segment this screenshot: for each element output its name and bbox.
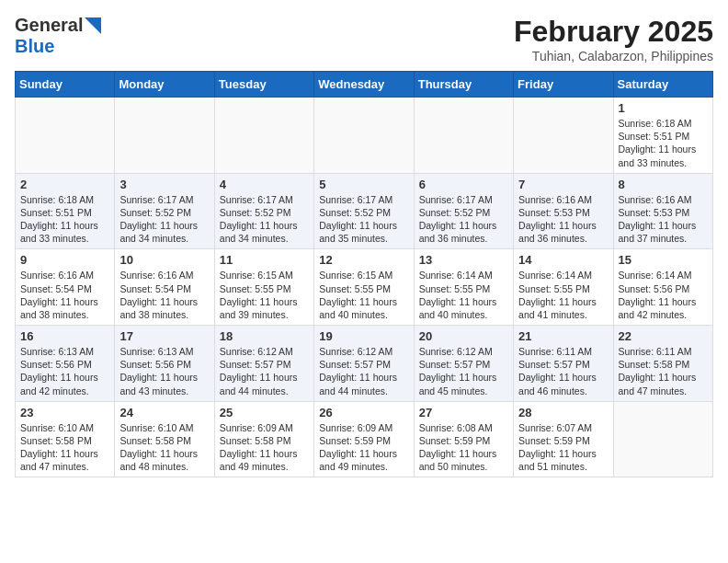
day-info: Sunrise: 6:10 AM Sunset: 5:58 PM Dayligh… <box>119 421 209 474</box>
table-row <box>214 98 313 174</box>
day-number: 16 <box>20 329 109 343</box>
title-block: February 2025 Tuhian, Calabarzon, Philip… <box>514 15 713 63</box>
day-number: 8 <box>619 178 708 191</box>
col-tuesday: Tuesday <box>214 72 313 98</box>
day-number: 14 <box>518 253 608 267</box>
logo: General Blue <box>15 15 101 57</box>
table-row: 27Sunrise: 6:08 AM Sunset: 5:59 PM Dayli… <box>414 401 513 477</box>
col-saturday: Saturday <box>613 72 712 98</box>
day-number: 27 <box>419 406 508 419</box>
col-friday: Friday <box>514 72 613 98</box>
day-number: 24 <box>119 406 209 419</box>
col-wednesday: Wednesday <box>314 72 414 98</box>
day-info: Sunrise: 6:09 AM Sunset: 5:59 PM Dayligh… <box>319 421 408 474</box>
table-row: 22Sunrise: 6:11 AM Sunset: 5:58 PM Dayli… <box>613 326 712 402</box>
day-info: Sunrise: 6:07 AM Sunset: 5:59 PM Dayligh… <box>518 421 608 474</box>
calendar-week-row: 9Sunrise: 6:16 AM Sunset: 5:54 PM Daylig… <box>16 249 713 326</box>
day-info: Sunrise: 6:18 AM Sunset: 5:51 PM Dayligh… <box>20 193 109 246</box>
day-info: Sunrise: 6:08 AM Sunset: 5:59 PM Dayligh… <box>419 421 508 474</box>
day-number: 11 <box>220 253 309 267</box>
day-number: 26 <box>319 406 408 419</box>
table-row: 5Sunrise: 6:17 AM Sunset: 5:52 PM Daylig… <box>314 173 414 249</box>
table-row: 15Sunrise: 6:14 AM Sunset: 5:56 PM Dayli… <box>613 249 712 326</box>
table-row <box>414 98 513 174</box>
day-number: 5 <box>319 178 408 191</box>
svg-marker-0 <box>85 17 101 34</box>
day-info: Sunrise: 6:09 AM Sunset: 5:58 PM Dayligh… <box>220 421 309 474</box>
table-row: 12Sunrise: 6:15 AM Sunset: 5:55 PM Dayli… <box>314 249 414 326</box>
day-info: Sunrise: 6:10 AM Sunset: 5:58 PM Dayligh… <box>20 421 109 474</box>
day-info: Sunrise: 6:15 AM Sunset: 5:55 PM Dayligh… <box>319 269 408 321</box>
day-info: Sunrise: 6:15 AM Sunset: 5:55 PM Dayligh… <box>220 269 309 321</box>
month-year-title: February 2025 <box>514 15 713 49</box>
table-row: 16Sunrise: 6:13 AM Sunset: 5:56 PM Dayli… <box>16 326 115 402</box>
table-row: 13Sunrise: 6:14 AM Sunset: 5:55 PM Dayli… <box>414 249 513 326</box>
table-row: 7Sunrise: 6:16 AM Sunset: 5:53 PM Daylig… <box>514 173 613 249</box>
calendar-header-row: Sunday Monday Tuesday Wednesday Thursday… <box>16 72 713 98</box>
table-row: 26Sunrise: 6:09 AM Sunset: 5:59 PM Dayli… <box>314 401 414 477</box>
table-row: 9Sunrise: 6:16 AM Sunset: 5:54 PM Daylig… <box>16 249 115 326</box>
col-monday: Monday <box>115 72 214 98</box>
page-header: General Blue February 2025 Tuhian, Calab… <box>15 15 713 63</box>
day-number: 21 <box>518 329 608 343</box>
logo-general-text: General <box>15 15 83 36</box>
table-row: 17Sunrise: 6:13 AM Sunset: 5:56 PM Dayli… <box>115 326 214 402</box>
day-number: 4 <box>220 178 309 191</box>
day-number: 19 <box>319 329 408 343</box>
table-row: 14Sunrise: 6:14 AM Sunset: 5:55 PM Dayli… <box>514 249 613 326</box>
day-number: 23 <box>20 406 109 419</box>
table-row <box>115 98 214 174</box>
day-number: 12 <box>319 253 408 267</box>
location-subtitle: Tuhian, Calabarzon, Philippines <box>514 49 713 63</box>
table-row: 20Sunrise: 6:12 AM Sunset: 5:57 PM Dayli… <box>414 326 513 402</box>
day-info: Sunrise: 6:12 AM Sunset: 5:57 PM Dayligh… <box>319 345 408 397</box>
day-number: 15 <box>619 253 708 267</box>
calendar-table: Sunday Monday Tuesday Wednesday Thursday… <box>15 71 713 477</box>
table-row: 2Sunrise: 6:18 AM Sunset: 5:51 PM Daylig… <box>16 173 115 249</box>
col-thursday: Thursday <box>414 72 513 98</box>
day-number: 6 <box>419 178 508 191</box>
calendar-week-row: 16Sunrise: 6:13 AM Sunset: 5:56 PM Dayli… <box>16 326 713 402</box>
col-sunday: Sunday <box>16 72 115 98</box>
day-number: 22 <box>619 329 708 343</box>
calendar-week-row: 2Sunrise: 6:18 AM Sunset: 5:51 PM Daylig… <box>16 173 713 249</box>
table-row <box>613 401 712 477</box>
day-info: Sunrise: 6:14 AM Sunset: 5:55 PM Dayligh… <box>419 269 508 321</box>
day-number: 25 <box>220 406 309 419</box>
calendar-week-row: 23Sunrise: 6:10 AM Sunset: 5:58 PM Dayli… <box>16 401 713 477</box>
day-number: 2 <box>20 178 109 191</box>
table-row: 19Sunrise: 6:12 AM Sunset: 5:57 PM Dayli… <box>314 326 414 402</box>
day-info: Sunrise: 6:13 AM Sunset: 5:56 PM Dayligh… <box>20 345 109 397</box>
calendar-week-row: 1Sunrise: 6:18 AM Sunset: 5:51 PM Daylig… <box>16 98 713 174</box>
day-info: Sunrise: 6:17 AM Sunset: 5:52 PM Dayligh… <box>319 193 408 246</box>
day-info: Sunrise: 6:14 AM Sunset: 5:55 PM Dayligh… <box>518 269 608 321</box>
table-row: 18Sunrise: 6:12 AM Sunset: 5:57 PM Dayli… <box>214 326 313 402</box>
day-number: 13 <box>419 253 508 267</box>
day-info: Sunrise: 6:12 AM Sunset: 5:57 PM Dayligh… <box>220 345 309 397</box>
day-info: Sunrise: 6:11 AM Sunset: 5:58 PM Dayligh… <box>619 345 708 397</box>
day-number: 20 <box>419 329 508 343</box>
day-info: Sunrise: 6:11 AM Sunset: 5:57 PM Dayligh… <box>518 345 608 397</box>
table-row: 6Sunrise: 6:17 AM Sunset: 5:52 PM Daylig… <box>414 173 513 249</box>
day-info: Sunrise: 6:18 AM Sunset: 5:51 PM Dayligh… <box>619 117 708 169</box>
table-row: 21Sunrise: 6:11 AM Sunset: 5:57 PM Dayli… <box>514 326 613 402</box>
day-number: 3 <box>119 178 209 191</box>
day-number: 18 <box>220 329 309 343</box>
day-info: Sunrise: 6:14 AM Sunset: 5:56 PM Dayligh… <box>619 269 708 321</box>
table-row: 24Sunrise: 6:10 AM Sunset: 5:58 PM Dayli… <box>115 401 214 477</box>
table-row: 11Sunrise: 6:15 AM Sunset: 5:55 PM Dayli… <box>214 249 313 326</box>
table-row: 1Sunrise: 6:18 AM Sunset: 5:51 PM Daylig… <box>613 98 712 174</box>
day-info: Sunrise: 6:17 AM Sunset: 5:52 PM Dayligh… <box>220 193 309 246</box>
day-number: 1 <box>619 101 708 115</box>
table-row <box>514 98 613 174</box>
table-row <box>16 98 115 174</box>
day-info: Sunrise: 6:12 AM Sunset: 5:57 PM Dayligh… <box>419 345 508 397</box>
table-row: 10Sunrise: 6:16 AM Sunset: 5:54 PM Dayli… <box>115 249 214 326</box>
day-info: Sunrise: 6:16 AM Sunset: 5:53 PM Dayligh… <box>518 193 608 246</box>
day-number: 28 <box>518 406 608 419</box>
day-number: 17 <box>119 329 209 343</box>
day-info: Sunrise: 6:13 AM Sunset: 5:56 PM Dayligh… <box>119 345 209 397</box>
logo-chevron-icon <box>85 17 101 34</box>
day-info: Sunrise: 6:17 AM Sunset: 5:52 PM Dayligh… <box>419 193 508 246</box>
day-info: Sunrise: 6:17 AM Sunset: 5:52 PM Dayligh… <box>119 193 209 246</box>
